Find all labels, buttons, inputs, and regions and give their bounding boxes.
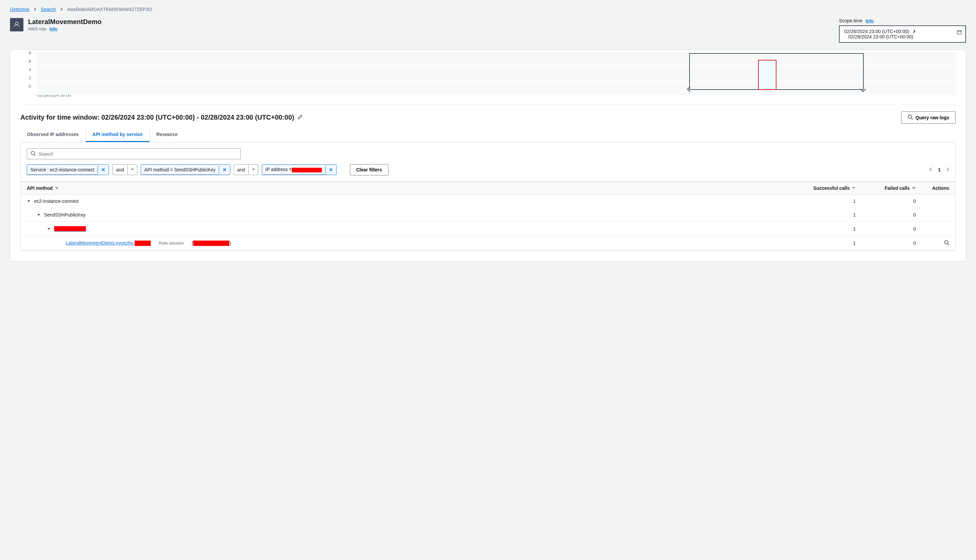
activity-window-title: Activity for time window: 02/26/2024 23:… bbox=[20, 113, 294, 121]
th-failed-calls[interactable]: Failed calls bbox=[856, 185, 916, 191]
search-icon bbox=[908, 114, 913, 121]
chevron-right-icon bbox=[60, 7, 63, 12]
breadcrumb-current: AwsRole/AROAXTKM3VWIW427ZEP3O bbox=[67, 7, 152, 12]
info-link[interactable]: Info bbox=[866, 18, 874, 23]
activity-chart[interactable]: 86420 02/19/2024 18:00 bbox=[20, 50, 956, 98]
page-subtitle: AWS role Info bbox=[28, 27, 102, 32]
close-icon[interactable] bbox=[325, 166, 336, 174]
table-row: LateralMovementDemo:xyuezhu-Role session… bbox=[21, 236, 955, 251]
filter-token[interactable]: IP address = bbox=[262, 164, 337, 175]
cell-failed-calls: 0 bbox=[856, 212, 916, 218]
search-input-wrapper[interactable] bbox=[27, 148, 241, 159]
redacted-value bbox=[54, 226, 86, 232]
chevron-right-icon bbox=[33, 7, 37, 12]
filter-token[interactable]: API method = SendSSHPublicKey bbox=[141, 164, 230, 175]
cell-api-method: LateralMovementDemo:xyuezhu-Role session… bbox=[27, 240, 796, 246]
tab-api-method-by-service[interactable]: API method by service bbox=[86, 128, 150, 142]
page-prev-icon[interactable] bbox=[929, 167, 933, 173]
chart-y-tick: 8 bbox=[29, 51, 31, 55]
breadcrumb-link-search[interactable]: Search bbox=[41, 7, 55, 12]
page-current: 1 bbox=[938, 167, 941, 172]
cell-api-method: ec2-instance-connect bbox=[27, 198, 796, 204]
redacted-value bbox=[193, 240, 229, 246]
row-action-search-icon[interactable] bbox=[916, 240, 949, 246]
filter-token-label: Service : ec2-instance-connect bbox=[27, 165, 98, 175]
chart-y-tick: 0 bbox=[29, 84, 31, 89]
query-raw-logs-button[interactable]: Query raw logs bbox=[901, 111, 956, 123]
th-successful-calls[interactable]: Successful calls bbox=[796, 185, 856, 191]
tab-resource[interactable]: Resource bbox=[150, 128, 185, 142]
cell-successful-calls: 1 bbox=[796, 198, 856, 204]
chart-y-tick: 4 bbox=[29, 67, 31, 72]
th-actions: Actions bbox=[916, 185, 949, 191]
svg-point-9 bbox=[944, 240, 948, 244]
close-icon[interactable] bbox=[219, 166, 230, 174]
sort-icon bbox=[912, 185, 916, 191]
svg-line-8 bbox=[34, 154, 35, 156]
cell-failed-calls: 0 bbox=[856, 226, 916, 232]
table-row: ec2-instance-connect10 bbox=[21, 195, 955, 208]
breadcrumb-link-detective[interactable]: Detective bbox=[10, 7, 29, 12]
cell-api-method bbox=[27, 226, 796, 232]
search-icon bbox=[30, 151, 36, 157]
cell-api-method: SendSSHPublicKey bbox=[27, 212, 796, 218]
table-row: SendSSHPublicKey10 bbox=[21, 208, 955, 222]
cell-failed-calls: 0 bbox=[856, 240, 916, 246]
table-row: 10 bbox=[21, 222, 955, 236]
filter-token-label: IP address = bbox=[262, 165, 325, 174]
calendar-icon[interactable] bbox=[957, 29, 962, 36]
sort-icon bbox=[852, 185, 856, 191]
svg-rect-0 bbox=[957, 30, 961, 34]
filter-operator[interactable]: and bbox=[234, 164, 259, 175]
tab-observed-ip-addresses[interactable]: Observed IP addresses bbox=[20, 128, 86, 142]
scope-time-picker[interactable]: 02/26/2024 23:00 (UTC+00:00) 02/28/2024 … bbox=[839, 25, 966, 43]
search-input[interactable] bbox=[38, 152, 237, 157]
role-session-label: Role session bbox=[159, 240, 184, 246]
chart-highlight-bar bbox=[758, 60, 776, 90]
breadcrumb: Detective Search AwsRole/AROAXTKM3VWIW42… bbox=[10, 7, 966, 12]
svg-point-7 bbox=[31, 152, 34, 155]
svg-line-6 bbox=[911, 118, 913, 119]
table-header: API method Successful calls Failed calls bbox=[21, 182, 955, 195]
clear-filters-button[interactable]: Clear filters bbox=[350, 164, 389, 175]
chevron-right-icon bbox=[913, 29, 916, 34]
edit-icon[interactable] bbox=[297, 113, 303, 121]
cell-failed-calls: 0 bbox=[856, 198, 916, 204]
svg-point-5 bbox=[908, 115, 911, 118]
row-link[interactable]: LateralMovementDemo:xyuezhu- bbox=[66, 240, 151, 246]
tab-bar: Observed IP addressesAPI method by servi… bbox=[20, 128, 956, 142]
scope-start: 02/26/2024 23:00 (UTC+00:00) bbox=[844, 29, 909, 34]
row-label: ec2-instance-connect bbox=[34, 198, 78, 204]
role-session-value: () bbox=[192, 240, 231, 246]
info-link[interactable]: Info bbox=[50, 27, 57, 32]
cell-successful-calls: 1 bbox=[796, 240, 856, 246]
scope-end: 02/28/2024 23:00 (UTC+00:00) bbox=[844, 34, 961, 40]
close-icon[interactable] bbox=[98, 166, 108, 174]
sort-icon bbox=[55, 185, 59, 191]
chart-y-tick: 2 bbox=[29, 76, 31, 80]
filter-operator[interactable]: and bbox=[112, 164, 137, 175]
page-next-icon[interactable] bbox=[946, 167, 949, 173]
cell-successful-calls: 1 bbox=[796, 226, 856, 232]
chart-selection-window[interactable] bbox=[689, 53, 864, 90]
filter-token-label: API method = SendSSHPublicKey bbox=[141, 165, 219, 175]
expander-icon[interactable] bbox=[27, 199, 31, 203]
svg-line-10 bbox=[948, 243, 949, 245]
expander-icon[interactable] bbox=[47, 227, 51, 231]
filter-token[interactable]: Service : ec2-instance-connect bbox=[27, 164, 109, 175]
redacted-value bbox=[135, 240, 151, 246]
page-title: LateralMovementDemo bbox=[28, 18, 102, 26]
filter-tokens: Service : ec2-instance-connectandAPI met… bbox=[27, 164, 389, 175]
pagination: 1 bbox=[929, 167, 949, 173]
redacted-value bbox=[292, 168, 322, 172]
role-icon bbox=[10, 18, 23, 32]
row-label: SendSSHPublicKey bbox=[44, 212, 85, 218]
chart-y-tick: 6 bbox=[29, 59, 31, 64]
cell-successful-calls: 1 bbox=[796, 212, 856, 218]
th-api-method[interactable]: API method bbox=[27, 185, 796, 191]
expander-icon[interactable] bbox=[37, 213, 41, 217]
scope-time-label: Scope time Info bbox=[839, 18, 966, 23]
